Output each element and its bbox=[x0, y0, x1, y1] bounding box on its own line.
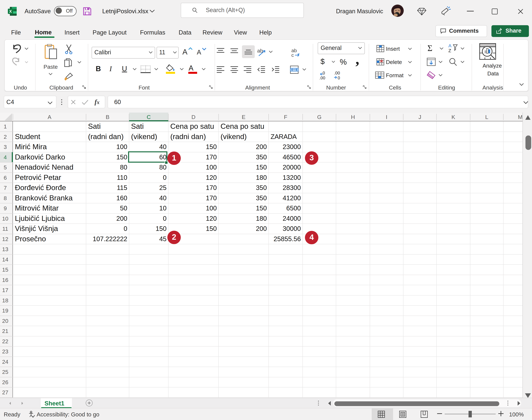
svg-text:X: X bbox=[9, 9, 12, 14]
svg-text:.00: .00 bbox=[319, 75, 325, 80]
svg-text:0: 0 bbox=[338, 75, 340, 80]
svg-text:Z: Z bbox=[448, 48, 451, 53]
svg-text:c: c bbox=[291, 52, 294, 58]
svg-text:.00: .00 bbox=[334, 71, 340, 75]
svg-text:A: A bbox=[448, 44, 452, 48]
svg-text:0: 0 bbox=[323, 71, 325, 75]
